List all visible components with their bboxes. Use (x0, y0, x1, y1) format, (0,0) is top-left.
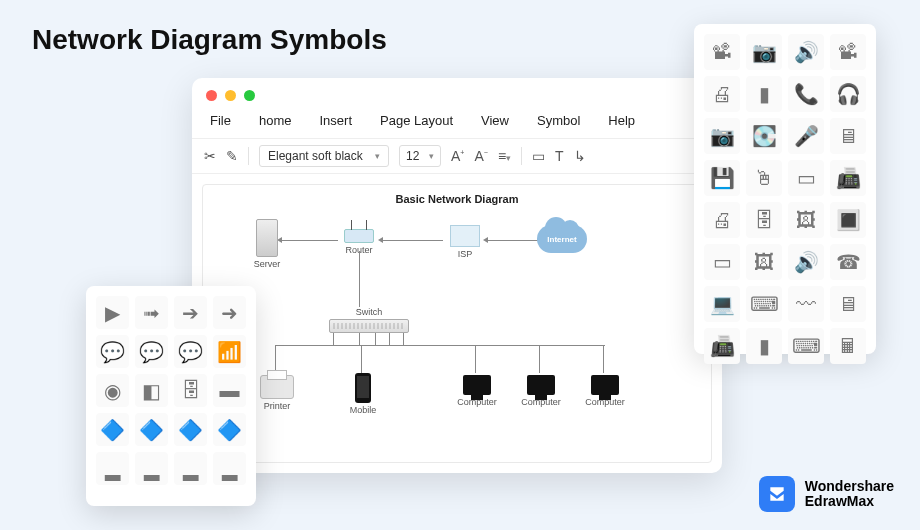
brand-text: Wondershare EdrawMax (805, 479, 894, 510)
symbol-keyboard[interactable]: ⌨ (746, 286, 782, 322)
node-mobile[interactable]: Mobile (343, 373, 383, 415)
symbol-router-blue-2[interactable]: 🔷 (135, 413, 168, 446)
symbol-headphones[interactable]: 🎧 (830, 76, 866, 112)
node-computer-1[interactable]: Computer (457, 375, 497, 407)
maximize-icon[interactable] (244, 90, 255, 101)
symbol-projector[interactable]: 📽 (704, 34, 740, 70)
menu-insert[interactable]: Insert (319, 113, 352, 128)
symbol-arrow-play[interactable]: ▶ (96, 296, 129, 329)
font-size-select[interactable]: 12 ▾ (399, 145, 441, 167)
symbol-arrow-dashed[interactable]: ➟ (135, 296, 168, 329)
symbol-router-blue-4[interactable]: 🔷 (213, 413, 246, 446)
symbol-speaker[interactable]: 🔊 (788, 34, 824, 70)
minimize-icon[interactable] (225, 90, 236, 101)
text-tool-icon[interactable]: T (555, 148, 564, 164)
symbol-calculator[interactable]: 🖩 (830, 328, 866, 364)
symbol-tablet[interactable]: ▮ (746, 76, 782, 112)
menu-help[interactable]: Help (608, 113, 635, 128)
font-family-select[interactable]: Elegant soft black ▾ (259, 145, 389, 167)
symbol-speakers[interactable]: 🔊 (788, 244, 824, 280)
isp-icon (450, 225, 480, 247)
symbol-bubble-blue[interactable]: 💬 (135, 335, 168, 368)
align-left-icon[interactable]: ≡▾ (498, 148, 511, 164)
menu-home[interactable]: home (259, 113, 292, 128)
symbol-bar-green[interactable]: ▂ (96, 452, 129, 485)
node-printer[interactable]: Printer (255, 375, 299, 411)
symbol-router-blue-3[interactable]: 🔷 (174, 413, 207, 446)
wire (375, 333, 376, 345)
computer-icon (527, 375, 555, 395)
node-router[interactable]: Router (335, 219, 383, 255)
symbol-desk-phone[interactable]: ☎ (830, 244, 866, 280)
computer-icon (591, 375, 619, 395)
symbol-bubble-green[interactable]: 💬 (96, 335, 129, 368)
chevron-down-icon: ▾ (375, 151, 380, 161)
symbol-printer[interactable]: 🖨 (704, 76, 740, 112)
symbol-easel[interactable]: 🖼 (788, 202, 824, 238)
symbol-bar-orange[interactable]: ▂ (174, 452, 207, 485)
symbol-tower[interactable]: 🗄 (746, 202, 782, 238)
printer-icon (260, 375, 294, 399)
symbol-camera[interactable]: 📷 (704, 118, 740, 154)
node-computer-3[interactable]: Computer (585, 375, 625, 407)
symbol-monitor[interactable]: 🖥 (830, 118, 866, 154)
symbol-chip[interactable]: 🔳 (830, 202, 866, 238)
menu-view[interactable]: View (481, 113, 509, 128)
symbol-scanner[interactable]: 📠 (830, 160, 866, 196)
toolbar: ✂ ✎ Elegant soft black ▾ 12 ▾ A+ A− ≡▾ ▭… (192, 138, 722, 174)
rectangle-icon[interactable]: ▭ (532, 148, 545, 164)
format-brush-icon[interactable]: ✎ (226, 148, 238, 164)
window-controls (192, 78, 722, 107)
symbol-drive[interactable]: 💾 (704, 160, 740, 196)
node-internet[interactable]: Internet (537, 225, 597, 253)
symbol-laptop[interactable]: 💻 (704, 286, 740, 322)
menu-file[interactable]: File (210, 113, 231, 128)
symbol-hdd[interactable]: 💽 (746, 118, 782, 154)
node-isp[interactable]: ISP (441, 225, 489, 259)
symbol-disc[interactable]: ◉ (96, 374, 129, 407)
symbol-router-blue-1[interactable]: 🔷 (96, 413, 129, 446)
symbol-mouse[interactable]: 🖱 (746, 160, 782, 196)
menu-page-layout[interactable]: Page Layout (380, 113, 453, 128)
close-icon[interactable] (206, 90, 217, 101)
diagram-canvas[interactable]: Basic Network Diagram Server Router ISP … (202, 184, 712, 463)
increase-font-icon[interactable]: A+ (451, 148, 464, 164)
brand: Wondershare EdrawMax (759, 476, 894, 512)
symbol-bar-dark[interactable]: ▂ (213, 452, 246, 485)
symbol-fax[interactable]: 📠 (704, 328, 740, 364)
node-label: Server (247, 259, 287, 269)
node-computer-2[interactable]: Computer (521, 375, 561, 407)
symbol-cable[interactable]: 〰 (788, 286, 824, 322)
symbol-switch-flat[interactable]: ▬ (213, 374, 246, 407)
symbol-pillow[interactable]: ◧ (135, 374, 168, 407)
symbol-arrow-bold[interactable]: ➜ (213, 296, 246, 329)
symbol-projector-2[interactable]: 📽 (830, 34, 866, 70)
decrease-font-icon[interactable]: A− (474, 148, 487, 164)
menu-symbol[interactable]: Symbol (537, 113, 580, 128)
symbol-phone[interactable]: 📞 (788, 76, 824, 112)
node-label: Printer (255, 401, 299, 411)
symbol-webcam[interactable]: 📷 (746, 34, 782, 70)
symbol-pc-tower[interactable]: 🖥 (830, 286, 866, 322)
node-server[interactable]: Server (247, 219, 287, 269)
symbol-remote[interactable]: ▮ (746, 328, 782, 364)
symbol-arrow-block[interactable]: ➔ (174, 296, 207, 329)
wire (539, 345, 540, 373)
computer-icon (463, 375, 491, 395)
symbol-server-rack[interactable]: 🗄 (174, 374, 207, 407)
connector-icon[interactable]: ↳ (574, 148, 586, 164)
node-switch[interactable]: Switch (319, 305, 419, 333)
symbol-scanner-flat[interactable]: ▭ (788, 160, 824, 196)
wire (333, 333, 334, 345)
symbol-keyboard-2[interactable]: ⌨ (788, 328, 824, 364)
symbol-copier[interactable]: 🖨 (704, 202, 740, 238)
node-label: ISP (441, 249, 489, 259)
symbol-bar-gray[interactable]: ▂ (135, 452, 168, 485)
symbol-antenna[interactable]: 📶 (213, 335, 246, 368)
symbol-bubble-dark[interactable]: 💬 (174, 335, 207, 368)
symbol-flatbed[interactable]: ▭ (704, 244, 740, 280)
scissors-icon[interactable]: ✂ (204, 148, 216, 164)
symbol-board[interactable]: 🖼 (746, 244, 782, 280)
app-window: File home Insert Page Layout View Symbol… (192, 78, 722, 473)
symbol-mic[interactable]: 🎤 (788, 118, 824, 154)
